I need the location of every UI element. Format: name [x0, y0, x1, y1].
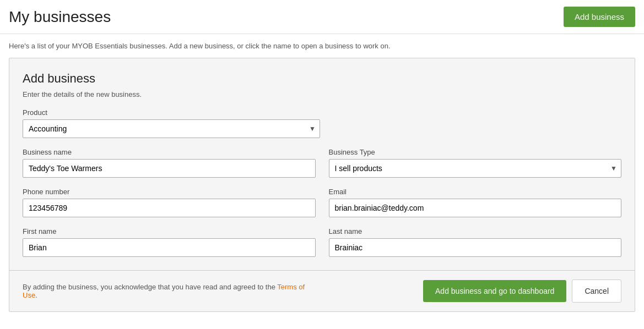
last-name-field-group: Last name [329, 227, 622, 257]
submit-button[interactable]: Add business and go to dashboard [423, 280, 566, 302]
form-footer: By adding the business, you acknowledge … [23, 271, 621, 311]
terms-text-after: . [35, 291, 37, 299]
last-name-input[interactable] [329, 238, 622, 257]
phone-input[interactable] [23, 199, 316, 217]
name-row: First name Last name [23, 227, 621, 257]
product-select-wrapper: Accounting Payroll Payroll + Accounting … [23, 119, 320, 138]
phone-label: Phone number [23, 188, 316, 196]
first-name-field-group: First name [23, 227, 316, 257]
business-name-input[interactable] [23, 159, 316, 178]
footer-buttons: Add business and go to dashboard Cancel [423, 279, 621, 303]
product-select[interactable]: Accounting Payroll Payroll + Accounting [23, 119, 320, 138]
business-name-label: Business name [23, 148, 316, 156]
product-field-group: Product Accounting Payroll Payroll + Acc… [23, 108, 621, 138]
terms-text-before: By adding the business, you acknowledge … [23, 283, 277, 291]
phone-email-row: Phone number Email [23, 188, 621, 217]
email-input[interactable] [329, 199, 622, 217]
business-name-field-group: Business name [23, 148, 316, 178]
product-label: Product [23, 108, 621, 117]
add-business-header-button[interactable]: Add business [564, 7, 635, 27]
form-subtitle: Enter the details of the new business. [23, 90, 621, 98]
last-name-label: Last name [329, 227, 622, 235]
page-subtitle: Here's a list of your MYOB Essentials bu… [0, 34, 644, 58]
business-name-type-row: Business name Business Type I sell produ… [23, 148, 621, 178]
first-name-input[interactable] [23, 238, 316, 257]
terms-text: By adding the business, you acknowledge … [23, 283, 309, 299]
email-label: Email [329, 188, 622, 196]
page-title: My businesses [9, 8, 111, 26]
phone-field-group: Phone number [23, 188, 316, 217]
business-type-select[interactable]: I sell products I sell services I sell p… [329, 159, 622, 178]
first-name-label: First name [23, 227, 316, 235]
cancel-button[interactable]: Cancel [572, 279, 621, 303]
business-type-label: Business Type [329, 148, 622, 156]
add-business-form: Add business Enter the details of the ne… [9, 58, 635, 312]
business-type-field-group: Business Type I sell products I sell ser… [329, 148, 622, 178]
business-type-select-wrapper: I sell products I sell services I sell p… [329, 159, 622, 178]
header: My businesses Add business [0, 0, 644, 34]
email-field-group: Email [329, 188, 622, 217]
form-title: Add business [23, 72, 621, 86]
